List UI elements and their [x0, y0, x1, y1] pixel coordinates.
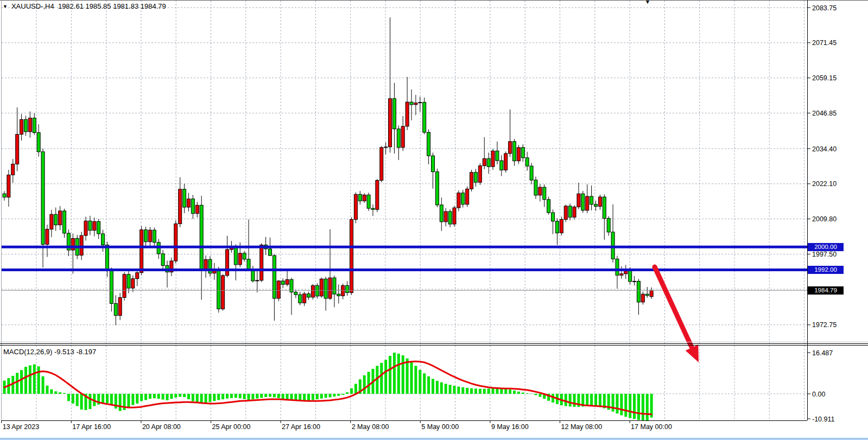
- chart-shift-icon[interactable]: ▼: [645, 0, 650, 5]
- price-axis-label: 2046.85: [812, 110, 837, 117]
- macd-value: -9.513: [54, 348, 74, 356]
- macd-axis-label: 16.487: [812, 349, 833, 357]
- time-axis-label: 17 Apr 16:00: [72, 423, 111, 431]
- current-price-badge: 1984.79: [808, 286, 844, 295]
- title-high-value: 1985.85: [86, 2, 111, 10]
- macd-axis-label: 0.00: [812, 391, 825, 398]
- window-edge: [0, 438, 868, 440]
- price-axis-label: 1997.50: [812, 251, 837, 258]
- time-axis-label: 20 Apr 08:00: [142, 423, 181, 431]
- time-axis-label: 12 May 08:00: [561, 423, 603, 431]
- time-axis-label: 27 Apr 16:00: [282, 423, 320, 431]
- title-close-value: 1984.79: [141, 2, 166, 10]
- price-axis-label: 1972.75: [812, 321, 837, 329]
- time-axis-label: 2 May 08:00: [352, 423, 389, 431]
- price-axis-label: 2071.45: [812, 39, 837, 47]
- price-axis-label: 2009.80: [812, 215, 837, 223]
- time-axis-label: 17 May 00:00: [631, 423, 672, 431]
- time-axis-label: 25 Apr 00:00: [212, 423, 251, 431]
- macd-name: MACD(12,26,9): [3, 348, 52, 356]
- macd-signal-value: -8.197: [76, 348, 96, 356]
- price-axis-label: 2083.75: [812, 4, 837, 12]
- price-axis-label: 2059.15: [812, 74, 837, 82]
- time-axis-label: 9 May 16:00: [491, 423, 529, 431]
- support-price-badge: 1992.00: [808, 266, 844, 274]
- time-axis-label: 13 Apr 2023: [3, 423, 39, 431]
- macd-axis-label: -10.911: [812, 416, 835, 423]
- macd-indicator-label: MACD(12,26,9) -9.513 -8.197: [3, 348, 96, 356]
- time-axis-label: 5 May 00:00: [421, 423, 459, 431]
- background: [0, 0, 868, 441]
- chart-title: ▼XAUUSD-,H4 1982.61 1985.85 1981.83 1984…: [3, 2, 166, 11]
- symbol-period-label: XAUUSD-,H4: [11, 2, 54, 10]
- price-axis-label: 2022.10: [812, 180, 837, 188]
- resistance-price-badge: 2000.00: [808, 243, 844, 251]
- title-low-value: 1981.83: [113, 2, 138, 10]
- candlestick-chart-canvas[interactable]: 2083.752071.452059.152046.852034.402022.…: [0, 0, 868, 441]
- symbol-dropdown-icon[interactable]: ▼: [3, 4, 8, 9]
- mt4-chart-window: 2083.752071.452059.152046.852034.402022.…: [0, 0, 868, 441]
- price-axis-label: 2034.40: [812, 145, 837, 153]
- title-open-value: 1982.61: [58, 2, 84, 10]
